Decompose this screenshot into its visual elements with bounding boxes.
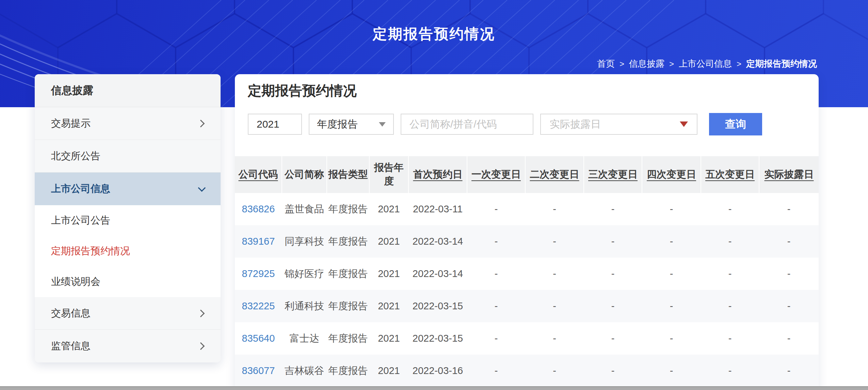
breadcrumb-listed-company-link[interactable]: 上市公司信息	[679, 58, 732, 70]
table-cell: -	[759, 290, 819, 322]
sidebar-title: 信息披露	[35, 74, 221, 107]
breadcrumb-current: 定期报告预约情况	[746, 58, 817, 70]
table-cell: -	[525, 258, 584, 290]
sidebar: 信息披露 交易提示 北交所公告 上市公司信息 上市公司公告 定期报告预约情况 业…	[35, 74, 221, 362]
table-cell: -	[759, 193, 819, 225]
search-button[interactable]: 查询	[709, 113, 762, 135]
filter-bar: 年度报告 实际披露日 查询	[248, 113, 819, 135]
report-type-select[interactable]: 年度报告	[309, 114, 394, 135]
sidebar-subitem-periodic-report[interactable]: 定期报告预约情况	[35, 236, 221, 266]
company-code-link[interactable]: 839167	[242, 236, 275, 247]
column-header[interactable]: 实际披露日	[759, 156, 819, 193]
table-cell: 2022-03-16	[408, 355, 467, 387]
table-cell: -	[642, 355, 701, 387]
table-cell: -	[701, 225, 759, 258]
table-cell: -	[642, 225, 701, 258]
sidebar-subitem-earnings-briefing[interactable]: 业绩说明会	[35, 266, 221, 297]
table-cell: 年度报告	[327, 193, 369, 225]
table-cell: -	[701, 355, 759, 387]
sidebar-subitem-label: 上市公司公告	[51, 214, 110, 227]
table-cell: 吉林碳谷	[282, 355, 327, 387]
column-header[interactable]: 首次预约日	[408, 156, 467, 193]
table-cell: 2022-03-14	[408, 258, 467, 290]
breadcrumb: 首页 > 信息披露 > 上市公司信息 > 定期报告预约情况	[597, 58, 817, 70]
sidebar-item-trading-info[interactable]: 交易信息	[35, 297, 221, 330]
column-header[interactable]: 四次变更日	[642, 156, 701, 193]
sidebar-item-label: 监管信息	[51, 339, 91, 353]
table-cell: 872925	[235, 258, 282, 290]
table-cell: -	[584, 225, 642, 258]
sidebar-item-label: 北交所公告	[51, 149, 100, 163]
company-code-link[interactable]: 835640	[242, 333, 275, 344]
table-row: 836077吉林碳谷年度报告20212022-03-16------	[235, 355, 819, 387]
table-cell: -	[584, 193, 642, 225]
disclosure-date-picker[interactable]: 实际披露日	[540, 114, 697, 135]
table-cell: -	[701, 258, 759, 290]
page-title: 定期报告预约情况	[0, 25, 868, 44]
table-cell: 锦好医疗	[282, 258, 327, 290]
table-cell: 839167	[235, 225, 282, 258]
column-header[interactable]: 二次变更日	[525, 156, 584, 193]
bottom-scrollbar[interactable]	[0, 386, 868, 390]
table-cell: 2021	[369, 355, 408, 387]
table-cell: -	[525, 290, 584, 322]
column-header[interactable]: 五次变更日	[701, 156, 759, 193]
table-cell: 832225	[235, 290, 282, 322]
table-row: 872925锦好医疗年度报告20212022-03-14------	[235, 258, 819, 290]
table-cell: 富士达	[282, 322, 327, 355]
sidebar-item-bse-announcements[interactable]: 北交所公告	[35, 140, 221, 173]
column-header[interactable]: 一次变更日	[467, 156, 525, 193]
breadcrumb-separator: >	[737, 59, 741, 69]
table-cell: 年度报告	[327, 225, 369, 258]
chevron-down-icon	[198, 184, 206, 192]
section-title: 定期报告预约情况	[248, 83, 819, 98]
sidebar-item-trading-alerts[interactable]: 交易提示	[35, 107, 221, 140]
table-cell: 年度报告	[327, 258, 369, 290]
table-cell: -	[467, 322, 525, 355]
table-cell: 2022-03-14	[408, 225, 467, 258]
chevron-right-icon	[197, 119, 205, 127]
company-search-input[interactable]	[401, 114, 533, 135]
table-cell: -	[701, 322, 759, 355]
company-code-link[interactable]: 836826	[242, 204, 275, 214]
table-cell: 年度报告	[327, 355, 369, 387]
table-cell: -	[584, 258, 642, 290]
date-picker-placeholder: 实际披露日	[550, 117, 601, 131]
table-cell: 年度报告	[327, 322, 369, 355]
report-table: 公司代码公司简称报告类型报告年度首次预约日一次变更日二次变更日三次变更日四次变更…	[235, 156, 819, 387]
sidebar-item-listed-company-info[interactable]: 上市公司信息	[35, 173, 221, 205]
table-cell: 2021	[369, 322, 408, 355]
chevron-right-icon	[197, 309, 205, 317]
column-header: 报告类型	[327, 156, 369, 193]
sidebar-item-regulatory-info[interactable]: 监管信息	[35, 330, 221, 362]
table-cell: -	[525, 193, 584, 225]
company-code-link[interactable]: 872925	[242, 268, 275, 279]
table-cell: -	[525, 322, 584, 355]
breadcrumb-home-link[interactable]: 首页	[597, 58, 615, 70]
column-header[interactable]: 公司代码	[235, 156, 282, 193]
table-cell: 2022-03-11	[408, 193, 467, 225]
sidebar-subitem-label: 定期报告预约情况	[51, 244, 130, 258]
table-cell: 2022-03-15	[408, 322, 467, 355]
table-row: 835640富士达年度报告20212022-03-15------	[235, 322, 819, 355]
chevron-right-icon	[197, 342, 205, 350]
table-cell: 835640	[235, 322, 282, 355]
table-cell: -	[467, 355, 525, 387]
breadcrumb-disclosure-link[interactable]: 信息披露	[629, 58, 664, 70]
table-cell: 2021	[369, 290, 408, 322]
column-header[interactable]: 三次变更日	[584, 156, 642, 193]
table-cell: -	[584, 355, 642, 387]
table-header: 公司代码公司简称报告类型报告年度首次预约日一次变更日二次变更日三次变更日四次变更…	[235, 156, 819, 193]
column-header: 报告年度	[369, 156, 408, 193]
date-dropdown-caret-icon	[680, 121, 688, 127]
sidebar-subitem-company-announcements[interactable]: 上市公司公告	[35, 205, 221, 236]
table-cell: -	[701, 290, 759, 322]
company-code-link[interactable]: 832225	[242, 300, 275, 311]
table-cell: -	[467, 225, 525, 258]
table-cell: -	[759, 355, 819, 387]
table-cell: -	[759, 225, 819, 258]
report-year-input[interactable]	[248, 114, 302, 135]
table-cell: 年度报告	[327, 290, 369, 322]
company-code-link[interactable]: 836077	[242, 365, 275, 376]
sidebar-item-label: 上市公司信息	[51, 182, 110, 196]
